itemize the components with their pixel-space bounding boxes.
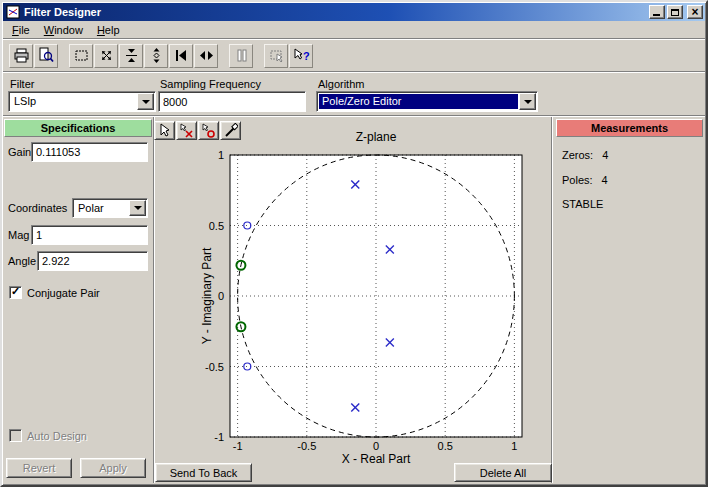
maximize-button[interactable]	[667, 5, 683, 19]
sampling-frequency-input[interactable]	[158, 91, 306, 112]
chevron-down-icon	[524, 100, 532, 104]
auto-design-label: Auto Design	[27, 430, 87, 442]
add-zero-icon	[201, 123, 216, 138]
poles-value: 4	[602, 174, 608, 186]
context-help-icon: ?	[293, 47, 310, 64]
stability-status: STABLE	[562, 198, 603, 210]
y-tick-label: -1	[214, 431, 224, 443]
gain-input[interactable]	[31, 142, 148, 162]
algorithm-dropdown-button[interactable]	[519, 93, 536, 110]
play-markers-button[interactable]	[194, 44, 218, 68]
coordinates-dropdown-value: Polar	[75, 201, 128, 215]
add-pole-tool-button[interactable]	[176, 121, 197, 140]
separator	[153, 117, 155, 483]
conjugate-pair-label: Conjugate Pair	[27, 287, 100, 299]
add-pole-icon	[179, 123, 194, 138]
send-to-back-button[interactable]: Send To Back	[155, 463, 252, 482]
close-icon: ×	[691, 7, 698, 17]
compress-vertical-icon	[123, 47, 140, 64]
separator	[3, 71, 705, 73]
window-title: Filter Designer	[24, 6, 101, 18]
algorithm-label: Algorithm	[318, 78, 364, 90]
maximize-icon	[671, 9, 679, 16]
zoom-full-view-button[interactable]	[94, 44, 118, 68]
algorithm-dropdown-value: Pole/Zero Editor	[319, 94, 518, 109]
filter-label: Filter	[10, 78, 34, 90]
z-plane-plot[interactable]: -1-0.500.51-1-0.500.51	[195, 145, 540, 460]
select-region-icon	[73, 47, 90, 64]
y-tick-label: 0	[218, 290, 224, 302]
poles-label: Poles:	[562, 174, 593, 186]
select-region-disabled-icon	[268, 47, 285, 64]
menu-window[interactable]: Window	[37, 23, 90, 37]
context-help-button[interactable]: ?	[289, 44, 313, 68]
measurements-header: Measurements	[556, 119, 703, 137]
window-controls: ×	[649, 5, 703, 19]
x-tick-label: -0.5	[297, 440, 316, 452]
menubar: File Window Help	[3, 21, 705, 38]
chevron-down-icon	[142, 100, 150, 104]
plot-title: Z-plane	[230, 130, 522, 144]
x-tick-label: 0	[373, 440, 379, 452]
minimize-button[interactable]	[649, 5, 665, 19]
print-preview-icon	[38, 47, 55, 64]
delete-all-button[interactable]: Delete All	[454, 463, 552, 482]
menu-help[interactable]: Help	[90, 23, 127, 37]
vertical-bars-button[interactable]	[229, 44, 253, 68]
conjugate-pair-checkbox[interactable]	[9, 286, 22, 299]
sampling-frequency-label: Sampling Frequency	[160, 78, 261, 90]
zeros-count: Zeros:4	[562, 149, 608, 161]
mag-input[interactable]	[31, 225, 148, 245]
zeros-value: 4	[602, 149, 608, 161]
pointer-icon	[157, 123, 172, 138]
close-button[interactable]: ×	[687, 5, 703, 19]
print-icon	[13, 47, 30, 64]
specifications-header: Specifications	[4, 119, 152, 137]
x-tick-label: -1	[233, 440, 243, 452]
app-icon	[6, 5, 20, 19]
filter-dropdown[interactable]: LSlp	[8, 91, 156, 112]
select-region-button[interactable]	[69, 44, 93, 68]
play-markers-icon	[198, 47, 215, 64]
x-tick-label: 0.5	[438, 440, 453, 452]
y-tick-label: 1	[218, 149, 224, 161]
expand-vertical-icon	[148, 47, 165, 64]
filter-dropdown-button[interactable]	[137, 93, 154, 110]
expand-vertical-button[interactable]	[144, 44, 168, 68]
select-region-disabled-button	[264, 44, 288, 68]
titlebar[interactable]: Filter Designer ×	[3, 3, 705, 21]
separator	[551, 117, 553, 483]
algorithm-dropdown[interactable]: Pole/Zero Editor	[316, 91, 538, 112]
add-zero-tool-button[interactable]	[198, 121, 219, 140]
compress-vertical-button[interactable]	[119, 44, 143, 68]
coordinates-dropdown-button[interactable]	[129, 200, 146, 216]
menu-file[interactable]: File	[5, 23, 37, 37]
angle-label: Angle	[8, 255, 36, 267]
y-tick-label: -0.5	[205, 361, 224, 373]
mag-label: Mag	[8, 229, 29, 241]
step-left-icon	[173, 47, 190, 64]
print-preview-button[interactable]	[34, 44, 58, 68]
coordinates-dropdown[interactable]: Polar	[72, 198, 148, 218]
x-tick-label: 1	[511, 440, 517, 452]
auto-design-checkbox	[9, 429, 22, 442]
chevron-down-icon	[134, 206, 142, 210]
apply-button: Apply	[80, 458, 146, 478]
coordinates-label: Coordinates	[8, 202, 67, 214]
zoom-full-view-icon	[98, 47, 115, 64]
separator	[3, 38, 705, 40]
filter-dropdown-value: LSlp	[11, 94, 136, 109]
main-toolbar: ?	[3, 41, 705, 70]
separator	[3, 115, 705, 117]
angle-input[interactable]	[37, 251, 148, 271]
revert-button: Revert	[6, 458, 72, 478]
gain-label: Gain	[8, 146, 31, 158]
svg-text:?: ?	[303, 50, 310, 62]
step-left-button[interactable]	[169, 44, 193, 68]
pointer-tool-button[interactable]	[154, 121, 175, 140]
vertical-bars-icon	[233, 47, 250, 64]
y-tick-label: 0.5	[209, 220, 224, 232]
print-button[interactable]	[9, 44, 33, 68]
poles-count: Poles:4	[562, 174, 608, 186]
zeros-label: Zeros:	[562, 149, 593, 161]
